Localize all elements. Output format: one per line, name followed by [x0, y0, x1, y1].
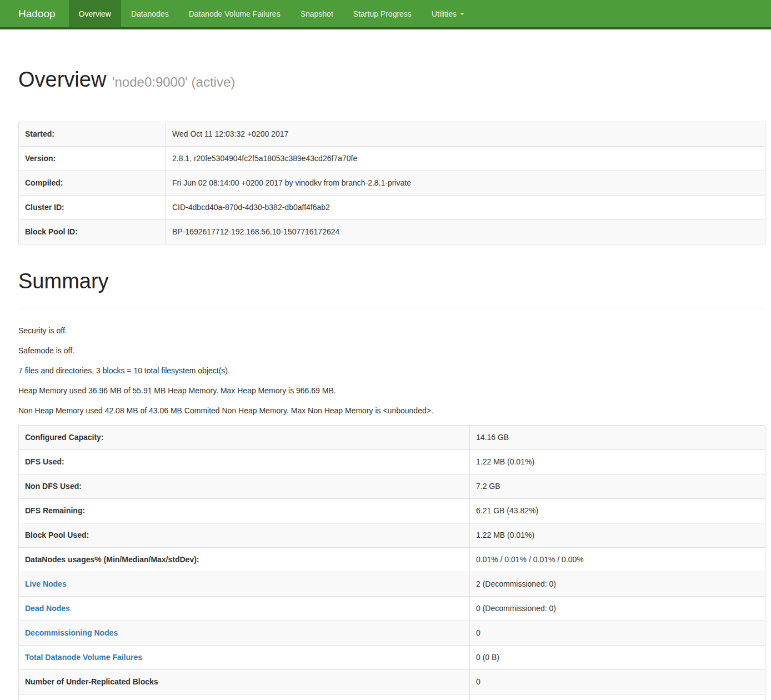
table-row: DFS Used:1.22 MB (0.01%) — [19, 449, 765, 474]
row-value: 0 — [470, 621, 765, 645]
row-link[interactable]: Decommissioning Nodes — [25, 628, 118, 637]
nav-link-datanode-volume-failures[interactable]: Datanode Volume Failures — [179, 0, 291, 27]
nav-item-snapshot: Snapshot — [291, 0, 343, 27]
nav-item-startup-progress: Startup Progress — [343, 0, 422, 27]
nav-link-utilities[interactable]: Utilities — [422, 0, 474, 27]
row-link[interactable]: Dead Nodes — [25, 604, 70, 613]
page-title: Overview 'node0:9000' (active) — [18, 68, 765, 92]
row-label: Version: — [19, 146, 166, 171]
row-value: 0 (0 B) — [470, 645, 765, 669]
row-value: 0 — [470, 694, 765, 700]
row-value: Fri Jun 02 08:14:00 +0200 2017 by vinodk… — [166, 171, 765, 195]
navbar-menu: OverviewDatanodesDatanode Volume Failure… — [69, 0, 474, 27]
table-row: Compiled:Fri Jun 02 08:14:00 +0200 2017 … — [19, 171, 765, 195]
nav-link-startup-progress[interactable]: Startup Progress — [343, 0, 422, 27]
table-row: Live Nodes2 (Decommissioned: 0) — [19, 572, 765, 596]
overview-table: Started:Wed Oct 11 12:03:32 +0200 2017Ve… — [18, 122, 765, 244]
table-row: Block Pool Used:1.22 MB (0.01%) — [19, 523, 765, 547]
row-label: Compiled: — [19, 171, 166, 195]
nav-item-datanode-volume-failures: Datanode Volume Failures — [179, 0, 291, 27]
table-row: Number of Under-Replicated Blocks0 — [19, 669, 765, 694]
table-row: Non DFS Used:7.2 GB — [19, 474, 765, 498]
summary-heading: Summary — [18, 270, 765, 308]
row-value: 1.22 MB (0.01%) — [470, 523, 765, 547]
row-link[interactable]: Total Datanode Volume Failures — [25, 653, 142, 662]
row-value: Wed Oct 11 12:03:32 +0200 2017 — [166, 122, 765, 146]
row-label: Total Datanode Volume Failures — [19, 645, 470, 669]
nav-item-overview: Overview — [69, 0, 121, 27]
row-value: 1.22 MB (0.01%) — [470, 449, 765, 474]
row-value: BP-1692617712-192.168.56.10-150771617262… — [166, 219, 765, 244]
page-subtitle: 'node0:9000' (active) — [112, 74, 235, 89]
page-title-text: Overview — [18, 68, 106, 91]
row-label: Number of Blocks Pending Deletion — [19, 694, 470, 700]
row-value: 2.8.1, r20fe5304904fc2f5a18053c389e43cd2… — [166, 146, 765, 171]
row-label: Dead Nodes — [19, 596, 470, 621]
nav-link-overview[interactable]: Overview — [69, 0, 121, 27]
table-row: Decommissioning Nodes0 — [19, 621, 765, 645]
overview-table-body: Started:Wed Oct 11 12:03:32 +0200 2017Ve… — [19, 122, 765, 244]
row-value: CID-4dbcd40a-870d-4d30-b382-db0aff4f6ab2 — [166, 195, 765, 219]
table-row: DataNodes usages% (Min/Median/Max/stdDev… — [19, 547, 765, 572]
table-row: Cluster ID:CID-4dbcd40a-870d-4d30-b382-d… — [19, 195, 765, 219]
row-label: Decommissioning Nodes — [19, 621, 470, 645]
navbar-brand[interactable]: Hadoop — [0, 0, 67, 27]
table-row: Configured Capacity:14.16 GB — [19, 425, 765, 449]
summary-table-body: Configured Capacity:14.16 GBDFS Used:1.2… — [19, 425, 765, 700]
summary-paragraph: Non Heap Memory used 42.08 MB of 43.06 M… — [18, 405, 765, 416]
row-label: DFS Remaining: — [19, 498, 470, 523]
row-value: 14.16 GB — [470, 425, 765, 449]
nav-link-datanodes[interactable]: Datanodes — [121, 0, 179, 27]
row-value: 6.21 GB (43.82%) — [470, 498, 765, 523]
navbar: Hadoop OverviewDatanodesDatanode Volume … — [0, 0, 771, 29]
table-row: Dead Nodes0 (Decommissioned: 0) — [19, 596, 765, 621]
table-row: Started:Wed Oct 11 12:03:32 +0200 2017 — [19, 122, 765, 146]
table-row: DFS Remaining:6.21 GB (43.82%) — [19, 498, 765, 523]
summary-paragraphs: Security is off.Safemode is off.7 files … — [18, 325, 765, 416]
row-value: 7.2 GB — [470, 474, 765, 498]
row-label: Started: — [19, 122, 166, 146]
nav-link-snapshot[interactable]: Snapshot — [291, 0, 343, 27]
summary-paragraph: 7 files and directories, 3 blocks = 10 t… — [18, 365, 765, 376]
main-content: Overview 'node0:9000' (active) Started:W… — [18, 68, 765, 700]
row-label: Block Pool ID: — [19, 219, 166, 244]
row-link[interactable]: Live Nodes — [25, 579, 67, 588]
row-label: Configured Capacity: — [19, 425, 470, 449]
row-label: DFS Used: — [19, 449, 470, 474]
row-label: Non DFS Used: — [19, 474, 470, 498]
row-label: Number of Under-Replicated Blocks — [19, 669, 470, 694]
row-label: DataNodes usages% (Min/Median/Max/stdDev… — [19, 547, 470, 572]
table-row: Total Datanode Volume Failures0 (0 B) — [19, 645, 765, 669]
row-label: Live Nodes — [19, 572, 470, 596]
row-value: 0 — [470, 669, 765, 694]
row-label: Cluster ID: — [19, 195, 166, 219]
table-row: Number of Blocks Pending Deletion0 — [19, 694, 765, 700]
summary-paragraph: Heap Memory used 36.96 MB of 55.91 MB He… — [18, 385, 765, 396]
table-row: Block Pool ID:BP-1692617712-192.168.56.1… — [19, 219, 765, 244]
nav-item-datanodes: Datanodes — [121, 0, 179, 27]
summary-paragraph: Security is off. — [18, 325, 765, 336]
summary-paragraph: Safemode is off. — [18, 345, 765, 356]
chevron-down-icon — [460, 13, 464, 15]
nav-item-utilities: Utilities — [422, 0, 474, 27]
table-row: Version:2.8.1, r20fe5304904fc2f5a18053c3… — [19, 146, 765, 171]
row-value: 2 (Decommissioned: 0) — [470, 572, 765, 596]
row-value: 0.01% / 0.01% / 0.01% / 0.00% — [470, 547, 765, 572]
row-value: 0 (Decommissioned: 0) — [470, 596, 765, 621]
summary-table: Configured Capacity:14.16 GBDFS Used:1.2… — [18, 425, 765, 700]
row-label: Block Pool Used: — [19, 523, 470, 547]
